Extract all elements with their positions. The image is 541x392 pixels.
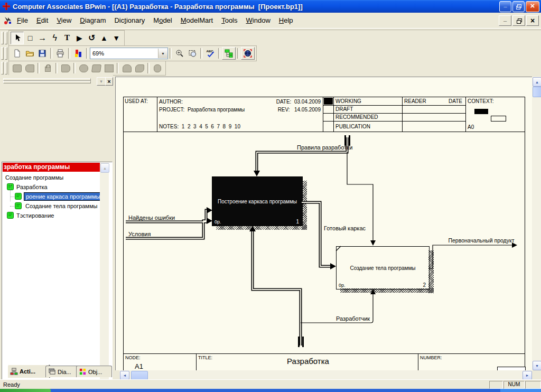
mdi-restore-button[interactable] <box>512 15 525 26</box>
tab-objects[interactable]: Obj... <box>76 366 112 377</box>
web-publish-button[interactable] <box>241 47 255 60</box>
menu-model[interactable]: Model <box>149 15 176 26</box>
scroll-down-button[interactable]: ▼ <box>533 361 541 370</box>
systray-sliver <box>500 389 541 392</box>
diagram-vscrollbar[interactable]: ▲ ▼ <box>532 77 541 370</box>
menu-file[interactable]: File <box>13 15 32 26</box>
arrow-label-mechanism[interactable]: Разработчик <box>336 315 370 322</box>
tree-model-header[interactable]: зработка программы <box>3 163 100 172</box>
arrow-label-input2[interactable]: Условия <box>128 231 151 237</box>
panel-close-button[interactable]: × <box>105 77 113 86</box>
toolbar-grip[interactable] <box>5 47 7 60</box>
menu-modelmart[interactable]: ModelMart <box>176 15 217 26</box>
scroll-up-button[interactable]: ▲ <box>533 77 541 87</box>
tree-item-karkas-selected[interactable]: роение каркаса программы <box>2 192 99 201</box>
status-panel <box>525 381 541 389</box>
footer-number-label: NUMBER: <box>420 355 442 360</box>
pointer-tool-button[interactable] <box>11 32 24 44</box>
scroll-right-button[interactable]: ► <box>523 371 532 380</box>
mdi-close-button[interactable]: × <box>526 15 539 26</box>
disabled-scroll-icon <box>91 64 101 72</box>
zoom-area-button[interactable] <box>186 48 199 59</box>
panel-dropdown-button[interactable]: ▾ <box>97 77 106 86</box>
go-child-tool-button[interactable]: ▶ <box>73 32 86 44</box>
go-down-tool-button[interactable]: ▼ <box>110 32 123 44</box>
menu-edit[interactable]: Edit <box>32 15 52 26</box>
disabled-users-icon <box>154 64 161 72</box>
selected-tree-label: роение каркаса программы <box>24 192 102 201</box>
title-bar: Computer Associates BPwin - [(A1) Разраб… <box>0 0 541 13</box>
text-tool-button[interactable]: T <box>61 32 73 44</box>
activity-icon <box>15 193 22 200</box>
menu-window[interactable]: Window <box>242 15 275 26</box>
zoom-in-button[interactable] <box>173 48 186 59</box>
go-parent-tool-button[interactable]: ▲ <box>98 32 110 44</box>
menu-tools[interactable]: Tools <box>217 15 241 26</box>
globe-icon <box>244 49 252 58</box>
menu-view[interactable]: View <box>52 15 76 26</box>
toolbar-grip[interactable] <box>1 32 4 44</box>
toolbar-grip[interactable] <box>1 47 4 60</box>
menu-diagram[interactable]: Diagram <box>76 15 110 26</box>
window-title: Computer Associates BPwin - [(A1) Разраб… <box>13 3 499 11</box>
activity-box-tool-button[interactable]: □ <box>24 32 36 44</box>
open-button[interactable] <box>23 48 36 59</box>
disabled-hand-icon <box>61 64 70 72</box>
diagram-hscrollbar[interactable]: ◄ ► <box>119 370 532 379</box>
toolbar-grip[interactable] <box>5 32 7 44</box>
tree-item-testirovanie[interactable]: Тэстирование <box>2 211 99 220</box>
mm-commit-button <box>59 62 72 74</box>
text-icon: T <box>64 33 70 42</box>
status-num-indicator: NUM <box>503 381 525 389</box>
disabled-user-icon <box>123 64 132 72</box>
toolbar-grip[interactable] <box>1 62 4 74</box>
tree-item-razrabotka[interactable]: Разработка <box>2 182 99 192</box>
report-button[interactable] <box>72 48 85 59</box>
tab-activities[interactable]: Acti... <box>7 365 50 378</box>
spelling-button[interactable]: ABC <box>204 48 217 59</box>
zoom-dropdown-button[interactable]: ▼ <box>158 49 167 58</box>
tree-vscrollbar[interactable]: ▲ ▼ <box>100 163 109 392</box>
scroll-thumb[interactable] <box>533 87 541 97</box>
save-floppy-icon <box>38 49 46 58</box>
restore-button[interactable] <box>512 1 525 12</box>
menu-help[interactable]: Help <box>275 15 297 26</box>
print-button[interactable] <box>54 48 67 59</box>
arrow-label-output[interactable]: Первоначальный продукт <box>447 237 515 244</box>
taskbar-sliver[interactable] <box>0 389 541 392</box>
tree-item-telo[interactable]: Создание тела программы <box>2 201 99 211</box>
model-explorer-toggle-button[interactable] <box>222 47 236 60</box>
toolbar-grip[interactable] <box>5 62 7 74</box>
scroll-thumb[interactable] <box>131 371 148 380</box>
model-explorer-icon <box>225 49 233 58</box>
sibling-tool-button[interactable]: ↺ <box>86 32 98 44</box>
svg-text:ABC: ABC <box>206 50 213 53</box>
mdi-minimize-button[interactable]: _ <box>499 15 511 26</box>
arrow-label-control[interactable]: Правила разработки <box>297 144 352 151</box>
mm-table-button <box>102 62 115 74</box>
arrow-label-input1[interactable]: Найдены ошибки <box>128 214 175 221</box>
menu-dictionary[interactable]: Dictionary <box>110 15 149 26</box>
zoom-combo[interactable]: 69% ▼ <box>90 48 168 59</box>
panel-grip[interactable] <box>3 81 91 83</box>
squiggle-tool-button[interactable]: ϟ <box>49 32 61 44</box>
diagrams-tab-icon <box>48 368 56 376</box>
disabled-hand-icon <box>13 64 22 72</box>
arrow-icon: → <box>38 33 46 43</box>
tree-item-model-root[interactable]: Создание программы <box>5 173 63 182</box>
close-button[interactable] <box>526 1 539 12</box>
disabled-hand-icon <box>25 64 34 72</box>
tab-diagrams[interactable]: Dia... <box>45 366 80 377</box>
diagram-canvas[interactable]: USED AT: AUTHOR: DATE: 03.04.2009 PROJEC… <box>115 77 533 370</box>
save-button[interactable] <box>36 48 49 59</box>
minimize-button[interactable] <box>499 1 511 12</box>
scroll-left-button[interactable]: ◄ <box>120 371 129 380</box>
separator <box>200 48 202 59</box>
start-button-sliver[interactable] <box>0 389 51 392</box>
separator <box>73 63 76 73</box>
separator <box>237 48 239 59</box>
new-button[interactable] <box>11 48 23 59</box>
scroll-up-button[interactable]: ▲ <box>100 163 109 173</box>
arrow-tool-button[interactable]: → <box>36 32 49 44</box>
arrow-label-flow[interactable]: Готовый каркас <box>324 225 366 231</box>
